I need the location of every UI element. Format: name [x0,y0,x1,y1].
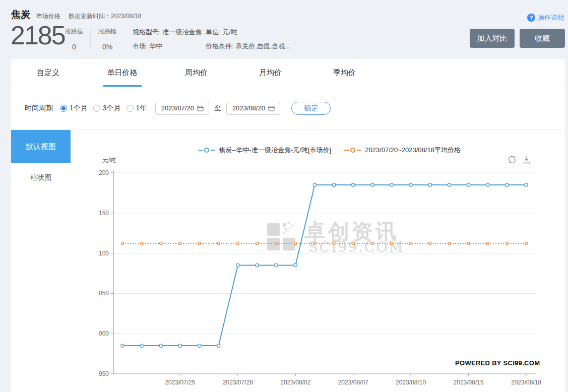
add-compare-button[interactable]: 加入对比 [470,29,515,48]
legend-line-icon [357,150,361,151]
legend-circle-icon [204,148,209,153]
legend-item-average-series[interactable]: 2023/07/20~2023/08/18平均价格 [344,146,461,155]
svg-text:2,100: 2,100 [98,250,109,257]
tab-monthly-average[interactable]: 月均价 [233,59,307,87]
help-link[interactable]: ? 操作说明 [527,13,564,22]
svg-text:2,050: 2,050 [98,290,109,297]
radio-1-year[interactable]: 1年 [127,104,147,113]
svg-text:2,150: 2,150 [98,210,109,217]
chart-toolbar [507,155,532,165]
radio-dot-icon [127,105,134,112]
legend-line-icon [344,150,349,151]
tab-weekly-average[interactable]: 周均价 [159,59,233,87]
svg-text:2023/08/15: 2023/08/15 [454,379,484,386]
radio-dot-icon [60,105,67,112]
powered-by-label: POWERED BY SCI99.COM [455,359,540,367]
svg-text:2023/07/28: 2023/07/28 [223,379,253,386]
tab-bar: 自定义 单日价格 周均价 月均价 季均价 [11,59,565,87]
period-label: 时间周期 [25,104,53,113]
change-pct-block: 涨跌幅 0% [96,27,119,51]
spec-column-1: 规格型号: 准一级冶金焦 市场: 华中 [133,25,202,53]
page: 焦炭 市场价格 数据更新时间：2023/08/18 ? 操作说明 2185 涨跌… [0,0,568,392]
refresh-icon[interactable] [507,155,517,165]
change-pct-label: 涨跌幅 [96,27,119,36]
legend-line-icon [211,150,215,151]
divider [90,29,91,48]
y-axis-unit-label: 元/吨 [102,156,116,165]
spec-condition: 价格条件: 承兑价,自提,含税... [206,39,290,53]
spec-market: 市场: 华中 [133,39,202,53]
radio-3-months[interactable]: 3个月 [93,104,121,113]
legend-circle-icon [350,148,355,153]
end-date-input[interactable]: 2023/08/20 [226,102,280,115]
confirm-button[interactable]: 确定 [291,102,331,115]
svg-text:1,950: 1,950 [98,370,109,377]
filter-bar: 时间周期 1个月 3个月 1年 2023/07/20 至 [11,87,565,129]
svg-text:2,000: 2,000 [98,330,109,337]
change-pct-value: 0% [96,43,119,51]
spec-unit: 单位: 元/吨 [206,25,290,39]
view-default-button[interactable]: 默认视图 [11,130,71,163]
tab-custom[interactable]: 自定义 [11,59,85,87]
radio-dot-icon [93,105,100,112]
change-value: 0 [62,43,86,51]
svg-text:2023/08/02: 2023/08/02 [280,379,310,386]
page-title: 焦炭 [11,8,30,21]
price-category-label: 市场价格 [36,12,60,21]
legend-item-price-series[interactable]: 焦炭--华中-准一级冶金焦-元/吨[市场价] [198,146,331,155]
question-mark-icon: ? [527,14,535,22]
spec-column-2: 单位: 元/吨 价格条件: 承兑价,自提,含税... [206,25,290,53]
svg-text:2023/08/07: 2023/08/07 [338,379,368,386]
legend-line-icon [198,150,203,151]
view-bar-chart-button[interactable]: 柱状图 [11,173,71,182]
price-line-chart: 1,9502,0002,0502,1002,1502,2002023/07/25… [98,168,552,392]
start-date-input[interactable]: 2023/07/20 [155,102,209,115]
radio-1-month[interactable]: 1个月 [60,104,88,113]
svg-text:2,200: 2,200 [98,169,109,176]
svg-text:2023/08/10: 2023/08/10 [396,379,426,386]
svg-text:2023/08/18: 2023/08/18 [511,379,541,386]
tab-quarterly-average[interactable]: 季均价 [307,59,382,87]
current-price: 2185 [11,22,65,48]
help-label: 操作说明 [538,13,564,22]
date-range-to-label: 至 [214,104,221,113]
change-value-label: 涨跌值 [62,27,86,36]
spec-model: 规格型号: 准一级冶金焦 [133,25,202,39]
calendar-icon [268,105,275,111]
tab-daily-price[interactable]: 单日价格 [85,59,159,87]
favorite-button[interactable]: 收藏 [520,29,565,48]
calendar-icon [197,105,204,111]
chart-legend: 焦炭--华中-准一级冶金焦-元/吨[市场价] 2023/07/20~2023/0… [198,146,461,155]
download-icon[interactable] [522,155,532,165]
data-update-time: 数据更新时间：2023/08/18 [69,12,141,21]
svg-text:2023/07/25: 2023/07/25 [165,379,195,386]
change-value-block: 涨跌值 0 [62,27,86,51]
